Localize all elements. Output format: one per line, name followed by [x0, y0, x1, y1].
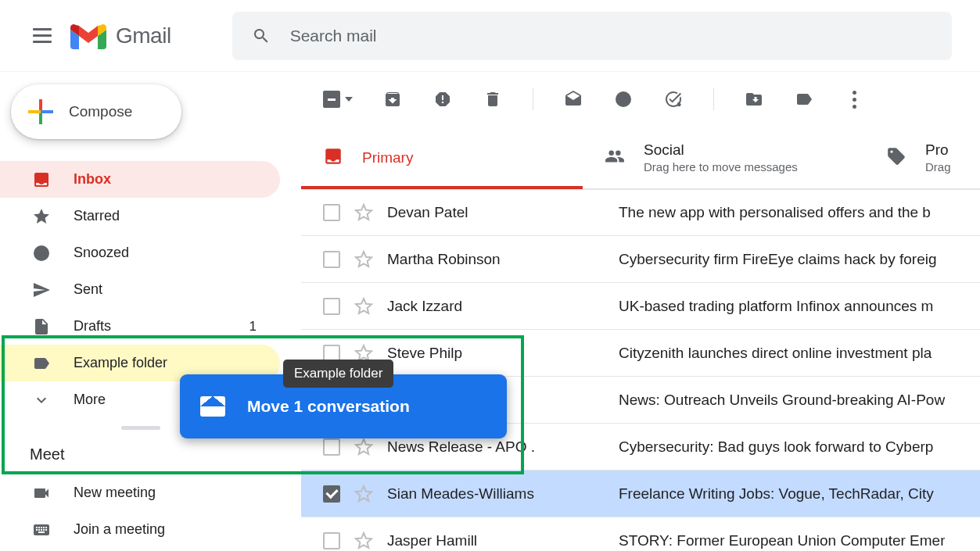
- row-subject: Cityzenith launches direct online invest…: [619, 345, 932, 362]
- sidebar: Compose InboxStarredSnoozedSentDrafts1Ex…: [0, 72, 282, 548]
- star-button[interactable]: [354, 250, 373, 269]
- star-button[interactable]: [354, 438, 373, 456]
- tab-primary[interactable]: Primary: [301, 127, 583, 188]
- compose-label: Compose: [69, 103, 132, 120]
- mail-open-icon: [564, 90, 583, 109]
- email-row[interactable]: Martha RobinsonCybersecurity firm FireEy…: [301, 236, 980, 283]
- compose-button[interactable]: Compose: [11, 84, 181, 139]
- sidebar-item-drafts[interactable]: Drafts1: [0, 308, 280, 345]
- snooze-button[interactable]: [613, 89, 634, 109]
- email-row[interactable]: Steve PhilpCityzenith launches direct on…: [301, 330, 980, 377]
- sidebar-item-inbox[interactable]: Inbox: [0, 161, 280, 198]
- row-sender: Jack Izzard: [387, 298, 605, 315]
- tab-sublabel: Drag: [925, 160, 951, 174]
- trash-icon: [483, 90, 502, 109]
- row-checkbox[interactable]: [323, 485, 340, 503]
- envelope-icon: [200, 396, 225, 417]
- email-row[interactable]: Jack IzzardUK-based trading platform Inf…: [301, 283, 980, 330]
- row-subject: News: Outreach Unveils Ground-breaking A…: [619, 392, 945, 409]
- select-all-button[interactable]: [323, 91, 353, 108]
- meet-section-header: Meet: [0, 445, 282, 463]
- nav-label: Drafts: [74, 318, 111, 335]
- row-checkbox[interactable]: [323, 204, 340, 221]
- star-button[interactable]: [354, 531, 373, 550]
- meet-label: Join a meeting: [74, 521, 165, 538]
- send-icon: [31, 280, 52, 300]
- row-sender: News Release - APO .: [387, 438, 605, 456]
- move-to-button[interactable]: [744, 89, 764, 109]
- row-checkbox[interactable]: [323, 438, 340, 456]
- meet-item-join-a-meeting[interactable]: Join a meeting: [0, 511, 280, 548]
- archive-button[interactable]: [382, 89, 403, 109]
- row-subject: UK-based trading platform Infinox announ…: [619, 298, 933, 315]
- gmail-m-icon: [70, 23, 106, 49]
- toolbar: [301, 72, 980, 127]
- task-check-icon: [664, 90, 683, 109]
- sidebar-resize-handle[interactable]: [121, 426, 160, 430]
- drag-tooltip: Example folder: [283, 360, 393, 388]
- main-pane: PrimarySocialDrag here to move messagesP…: [301, 72, 980, 551]
- star-button[interactable]: [354, 485, 373, 503]
- label-icon: [31, 353, 52, 374]
- tab-label: Primary: [362, 149, 413, 166]
- archive-icon: [383, 90, 402, 109]
- email-row[interactable]: Sian Meades-WilliamsFreelance Writing Jo…: [301, 470, 980, 517]
- checkbox-partial-icon: [323, 91, 340, 108]
- separator: [713, 88, 714, 110]
- tab-pro[interactable]: ProDrag: [864, 127, 980, 188]
- draft-icon: [31, 317, 52, 337]
- star-button[interactable]: [354, 297, 373, 316]
- report-spam-button[interactable]: [433, 89, 453, 109]
- nav-label: Starred: [74, 208, 120, 224]
- separator: [533, 88, 533, 110]
- add-to-tasks-button[interactable]: [663, 89, 684, 109]
- row-sender: Jasper Hamill: [387, 532, 605, 549]
- nav-label: More: [74, 392, 106, 408]
- nav-label: Sent: [74, 281, 102, 298]
- row-subject: Cybersecurity: Bad guys look forward to …: [619, 438, 933, 456]
- tab-sublabel: Drag here to move messages: [644, 160, 798, 174]
- plus-icon: [28, 99, 53, 124]
- main-menu-button[interactable]: [23, 17, 61, 55]
- inbox-icon: [31, 170, 52, 190]
- labels-button[interactable]: [794, 89, 814, 109]
- row-checkbox[interactable]: [323, 251, 340, 268]
- label-icon: [795, 90, 813, 109]
- star-button[interactable]: [354, 203, 373, 222]
- more-vert-icon: [853, 91, 856, 109]
- row-sender: Martha Robinson: [387, 251, 605, 268]
- email-row[interactable]: Jasper HamillSTORY: Former European Unio…: [301, 517, 980, 551]
- header: Gmail: [0, 0, 980, 72]
- hamburger-icon: [33, 28, 52, 43]
- mark-read-button[interactable]: [563, 89, 583, 109]
- delete-button[interactable]: [483, 89, 503, 109]
- email-row[interactable]: Devan PatelThe new app with personalised…: [301, 189, 980, 236]
- spam-icon: [433, 90, 452, 109]
- gmail-logo[interactable]: Gmail: [70, 23, 171, 49]
- row-subject: The new app with personalised offers and…: [619, 204, 931, 221]
- gmail-logo-text: Gmail: [116, 23, 171, 48]
- video-icon: [31, 483, 52, 503]
- meet-item-new-meeting[interactable]: New meeting: [0, 474, 280, 511]
- row-checkbox[interactable]: [323, 532, 340, 549]
- meet-label: New meeting: [74, 485, 156, 501]
- search-input[interactable]: [290, 27, 603, 45]
- nav-count: 1: [249, 319, 257, 335]
- more-actions-button[interactable]: [844, 89, 864, 109]
- keyboard-icon: [31, 520, 52, 540]
- row-checkbox[interactable]: [323, 298, 340, 315]
- sidebar-item-sent[interactable]: Sent: [0, 271, 280, 308]
- nav-label: Snoozed: [74, 245, 129, 261]
- star-icon: [31, 206, 52, 227]
- folder-move-icon: [745, 90, 763, 109]
- sidebar-item-starred[interactable]: Starred: [0, 198, 280, 234]
- caret-down-icon: [345, 97, 353, 102]
- sidebar-item-snoozed[interactable]: Snoozed: [0, 234, 280, 271]
- people-icon: [605, 146, 625, 169]
- inbox-icon: [323, 146, 343, 169]
- category-tabs: PrimarySocialDrag here to move messagesP…: [301, 127, 980, 189]
- search-bar[interactable]: [232, 12, 952, 60]
- tab-social[interactable]: SocialDrag here to move messages: [583, 127, 864, 188]
- clock-icon: [614, 90, 633, 109]
- tab-label: Social: [644, 141, 798, 159]
